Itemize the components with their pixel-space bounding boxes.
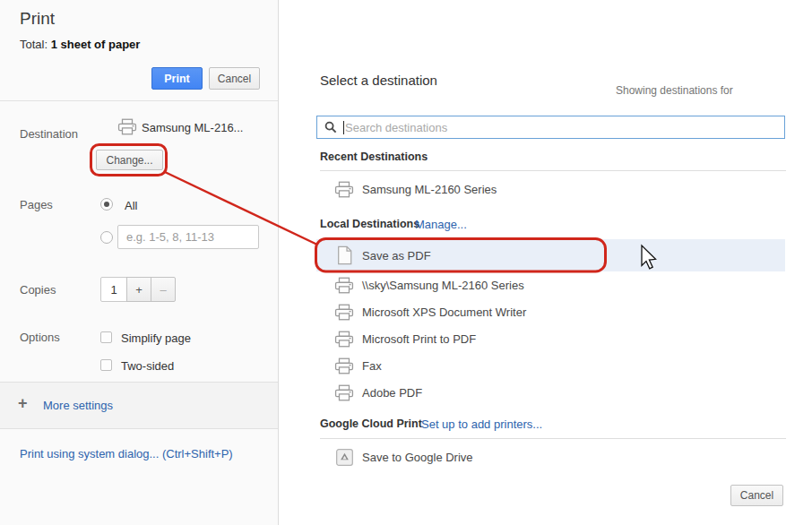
print-dialog-title: Print — [20, 9, 55, 29]
destination-item-label: \\sky\Samsung ML-2160 Series — [362, 279, 524, 292]
destination-item-label: Fax — [362, 359, 382, 373]
destination-item-label: Save as PDF — [362, 249, 431, 262]
search-placeholder-text: Search destinations — [345, 121, 447, 134]
destination-item-recent-samsung[interactable]: Samsung ML-2160 Series — [316, 176, 785, 202]
header-divider — [0, 100, 278, 101]
more-settings-bar[interactable]: + More settings — [0, 382, 278, 429]
plus-icon: + — [18, 394, 28, 413]
printer-icon — [333, 384, 355, 401]
section-divider — [320, 170, 786, 171]
pages-label: Pages — [20, 198, 53, 211]
total-value: 1 sheet of paper — [51, 38, 141, 51]
destination-item-label: Adobe PDF — [362, 386, 422, 400]
showing-destinations-text: Showing destinations for — [616, 84, 733, 97]
destination-item-xps-writer[interactable]: Microsoft XPS Document Writer — [316, 298, 785, 325]
destination-item-label: Microsoft Print to PDF — [362, 332, 476, 346]
printer-icon — [117, 118, 137, 139]
options-label: Options — [20, 331, 60, 344]
current-destination-name: Samsung ML-216... — [142, 121, 243, 134]
google-drive-icon — [333, 449, 355, 466]
more-settings-link[interactable]: More settings — [43, 399, 113, 412]
section-divider — [320, 438, 786, 439]
text-caret — [343, 121, 344, 134]
destination-item-fax[interactable]: Fax — [316, 352, 785, 379]
cancel-button[interactable]: Cancel — [209, 67, 260, 90]
destination-item-label: Save to Google Drive — [362, 451, 473, 464]
print-button[interactable]: Print — [151, 67, 203, 90]
printer-icon — [333, 181, 355, 198]
pages-custom-radio[interactable] — [100, 231, 113, 244]
total-label: Total: — [20, 38, 48, 51]
destination-item-label: Samsung ML-2160 Series — [362, 183, 497, 196]
google-cloud-print-header: Google Cloud Print — [320, 417, 422, 430]
two-sided-checkbox[interactable] — [100, 359, 112, 371]
simplify-page-checkbox[interactable] — [100, 331, 112, 343]
pages-all-label: All — [125, 199, 137, 212]
printer-icon — [333, 331, 355, 348]
search-icon — [324, 121, 337, 133]
total-sheets-text: Total: 1 sheet of paper — [20, 38, 140, 51]
system-dialog-link[interactable]: Print using system dialog... (Ctrl+Shift… — [20, 447, 233, 460]
change-destination-button[interactable]: Change... — [96, 150, 163, 170]
destination-item-save-as-pdf[interactable]: Save as PDF — [316, 239, 785, 271]
destination-item-adobe-pdf[interactable]: Adobe PDF — [316, 379, 785, 406]
printer-icon — [333, 304, 355, 321]
destination-item-label: Microsoft XPS Document Writer — [362, 306, 526, 319]
copies-label: Copies — [20, 283, 56, 297]
destination-item-sky-samsung[interactable]: \\sky\Samsung ML-2160 Series — [316, 271, 785, 298]
page-icon — [333, 245, 355, 265]
recent-destinations-header: Recent Destinations — [320, 151, 428, 163]
manage-destinations-link[interactable]: Manage... — [415, 218, 467, 231]
pages-range-input[interactable] — [117, 225, 259, 249]
print-settings-panel: Print Total: 1 sheet of paper Print Canc… — [0, 0, 279, 525]
copies-input[interactable] — [100, 277, 127, 302]
pages-all-radio[interactable] — [100, 198, 113, 211]
two-sided-label: Two-sided — [121, 359, 174, 373]
destination-item-google-drive[interactable]: Save to Google Drive — [316, 443, 785, 470]
print-preview-screen: Print Total: 1 sheet of paper Print Canc… — [0, 0, 812, 525]
destination-label: Destination — [20, 127, 78, 141]
dialog-cancel-button[interactable]: Cancel — [730, 485, 783, 506]
destination-item-print-to-pdf[interactable]: Microsoft Print to PDF — [316, 325, 785, 352]
setup-printers-link[interactable]: Set up to add printers... — [421, 417, 542, 431]
printer-icon — [333, 277, 355, 294]
select-destination-title: Select a destination — [320, 73, 437, 88]
search-destinations-input[interactable]: Search destinations — [316, 116, 785, 139]
copies-decrement-button[interactable]: – — [151, 277, 176, 302]
printer-icon — [333, 357, 355, 374]
simplify-page-label: Simplify page — [121, 331, 191, 345]
local-destinations-header: Local Destinations — [320, 218, 419, 230]
copies-increment-button[interactable]: + — [126, 277, 151, 302]
